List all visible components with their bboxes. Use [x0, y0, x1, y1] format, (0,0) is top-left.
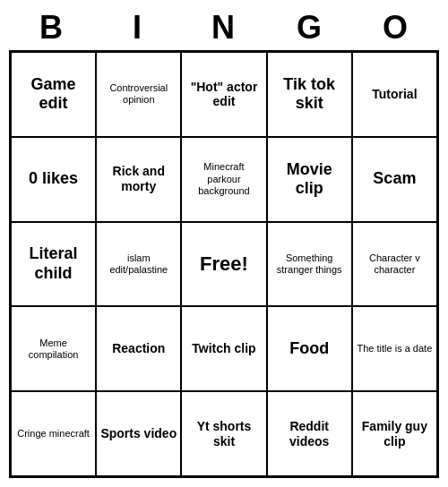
cell-20: Cringe minecraft [11, 391, 96, 476]
cell-17: Twitch clip [181, 306, 266, 391]
cell-14: Character v character [352, 222, 437, 307]
cell-11: islam edit/palastine [96, 222, 181, 307]
cell-0: Game edit [11, 52, 96, 137]
letter-i: I [100, 9, 176, 47]
cell-6: Rick and morty [96, 137, 181, 222]
cell-24: Family guy clip [352, 391, 437, 476]
letter-o: O [358, 9, 434, 47]
cell-12: Free! [181, 222, 266, 307]
bingo-title: B I N G O [9, 9, 439, 47]
cell-2: "Hot" actor edit [181, 52, 266, 137]
cell-3: Tik tok skit [267, 52, 352, 137]
cell-19: The title is a date [352, 306, 437, 391]
cell-8: Movie clip [267, 137, 352, 222]
cell-13: Something stranger things [267, 222, 352, 307]
cell-21: Sports video [96, 391, 181, 476]
cell-18: Food [267, 306, 352, 391]
letter-n: N [186, 9, 262, 47]
cell-22: Yt shorts skit [181, 391, 266, 476]
cell-1: Controversial opinion [96, 52, 181, 137]
cell-9: Scam [352, 137, 437, 222]
cell-10: Literal child [11, 222, 96, 307]
cell-7: Minecraft parkour background [181, 137, 266, 222]
cell-23: Reddit videos [267, 391, 352, 476]
cell-5: 0 likes [11, 137, 96, 222]
letter-g: G [272, 9, 348, 47]
cell-15: Meme compilation [11, 306, 96, 391]
bingo-grid: Game editControversial opinion"Hot" acto… [9, 50, 439, 478]
letter-b: B [14, 9, 90, 47]
cell-4: Tutorial [352, 52, 437, 137]
cell-16: Reaction [96, 306, 181, 391]
